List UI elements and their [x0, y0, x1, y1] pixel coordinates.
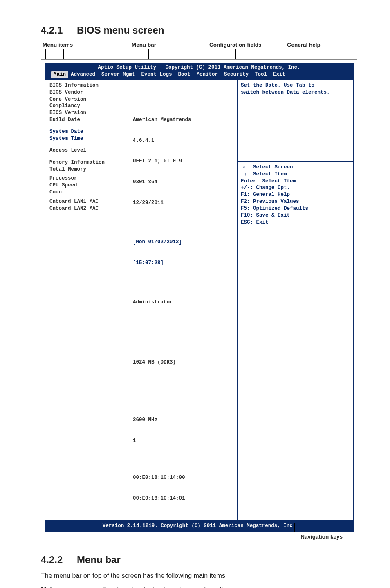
- val-vendor: American Megatrends: [133, 117, 234, 123]
- section-heading: BIOS menu screen: [77, 25, 164, 36]
- val-mac1: 00:E0:18:10:14:00: [133, 474, 234, 481]
- bios-menu-bar[interactable]: Main Advanced Server Mgmt Event Logs Boo…: [47, 71, 351, 78]
- bios-center-pane: American Megatrends 4.6.4.1 UEFI 2.1; PI…: [130, 80, 237, 521]
- val-mem: 1024 MB (DDR3): [133, 359, 234, 366]
- section-number: 4.2.1: [41, 25, 63, 36]
- navkey-f5: F5: Optimized Defaults: [241, 205, 350, 212]
- help-line1: Set the Date. Use Tab to: [241, 82, 350, 89]
- tick-line: [294, 523, 295, 532]
- val-access: Administrator: [133, 299, 234, 306]
- row-lan1: Onboard LAN1 MAC: [49, 198, 127, 205]
- tick-line: [148, 49, 149, 59]
- item-desc: For changing the basic system configurat…: [102, 586, 357, 588]
- navkey-f1: F1: General Help: [241, 191, 350, 198]
- row-system-date[interactable]: System Date: [49, 128, 127, 135]
- row-bios-vendor: BIOS Vendor: [49, 89, 127, 96]
- val-ver: 0301 x64: [133, 179, 234, 186]
- section-heading: Menu bar: [77, 554, 121, 565]
- val-core: 4.6.4.1: [133, 137, 234, 144]
- row-lan2: Onboard LAN2 MAC: [49, 205, 127, 212]
- navkey-esc: ESC: Exit: [241, 219, 350, 226]
- val-compl: UEFI 2.1; PI 0.9: [133, 158, 234, 165]
- section-4-2-2-title: 4.2.2 Menu bar: [41, 554, 357, 566]
- row-build-date: Build Date: [49, 117, 127, 123]
- row-processor: Processor: [49, 175, 127, 182]
- bios-nav-keys: →←: Select Screen ↑↓: Select Item Enter:…: [238, 161, 353, 229]
- navkey-select-screen: →←: Select Screen: [241, 164, 350, 171]
- bios-screenshot: Aptio Setup Utility - Copyright (C) 2011…: [41, 59, 357, 532]
- row-bios-version: BIOS Version: [49, 110, 127, 117]
- menu-description-list: Main For changing the basic system confi…: [41, 586, 357, 588]
- section2-intro: The menu bar on top of the screen has th…: [41, 571, 357, 580]
- bios-right-pane: Set the Date. Use Tab to switch between …: [237, 80, 354, 521]
- val-build: 12/29/2011: [133, 200, 234, 206]
- row-total-memory: Total Memory: [49, 166, 127, 173]
- val-time[interactable]: [15:07:28]: [133, 260, 234, 267]
- navkey-change: +/-: Change Opt.: [241, 184, 350, 191]
- bios-help-text: Set the Date. Use Tab to switch between …: [238, 80, 353, 161]
- section-number: 4.2.2: [41, 554, 63, 565]
- val-cpu: 2600 MHz: [133, 417, 234, 424]
- label-config-fields: Configuration fields: [209, 42, 262, 48]
- navkey-f10: F10: Save & Exit: [241, 212, 350, 219]
- row-access-level: Access Level: [49, 147, 127, 154]
- row-mem-info: Memory Information: [49, 159, 127, 166]
- bios-menu-rest[interactable]: Advanced Server Mgmt Event Logs Boot Mon…: [68, 71, 285, 78]
- tick-line: [45, 49, 46, 59]
- row-system-time[interactable]: System Time: [49, 135, 127, 142]
- tick-line: [63, 49, 64, 59]
- bios-menu-main[interactable]: Main: [51, 71, 68, 78]
- bios-footer: Version 2.14.1219. Copyright (C) 2011 Am…: [45, 521, 354, 532]
- tick-line: [235, 49, 236, 59]
- diagram-labels-row: Menu items Menu bar Configuration fields…: [41, 42, 357, 48]
- bios-header: Aptio Setup Utility - Copyright (C) 2011…: [45, 63, 354, 80]
- label-menu-bar: Menu bar: [132, 42, 156, 48]
- row-compliancy: Compliancy: [49, 103, 127, 110]
- label-general-help: General help: [287, 42, 321, 48]
- navkey-select-item: ↑↓: Select Item: [241, 171, 350, 178]
- bios-header-line1: Aptio Setup Utility - Copyright (C) 2011…: [47, 64, 351, 71]
- help-line2: switch between Data elements.: [241, 89, 350, 96]
- val-mac2: 00:E0:18:10:14:01: [133, 495, 234, 502]
- label-menu-items: Menu items: [43, 42, 73, 48]
- row-cpu-speed: CPU Speed: [49, 182, 127, 189]
- val-date[interactable]: [Mon 01/02/2012]: [133, 239, 234, 246]
- label-navigation-keys: Navigation keys: [300, 534, 343, 540]
- row-core-version: Core Version: [49, 96, 127, 103]
- bios-left-pane: BIOS Information BIOS Vendor Core Versio…: [45, 80, 130, 521]
- navkey-enter: Enter: Select Item: [241, 178, 350, 185]
- row-bios-information: BIOS Information: [49, 82, 127, 89]
- navkey-f2: F2: Previous Values: [241, 198, 350, 205]
- item-term: Main: [41, 586, 102, 588]
- val-count: 1: [133, 438, 234, 444]
- section-4-2-1-title: 4.2.1 BIOS menu screen: [41, 25, 357, 36]
- row-count: Count:: [49, 189, 127, 196]
